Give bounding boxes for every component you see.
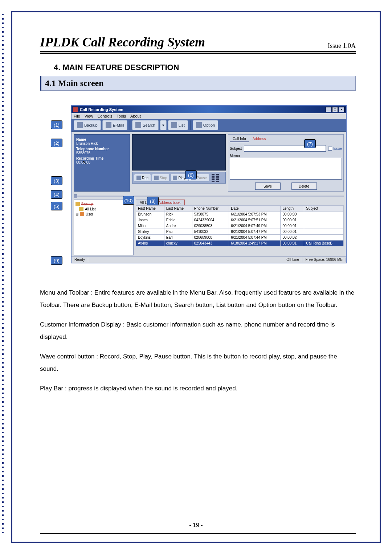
issue-label: Issue — [333, 147, 342, 151]
app-icon — [73, 107, 78, 112]
toolbar-backup-label: Backup — [84, 123, 98, 127]
tab-address[interactable]: Address — [250, 136, 269, 142]
cell-last: Andre — [164, 223, 192, 229]
cell-first: Brunson — [136, 212, 164, 217]
left-dotted-accent — [2, 11, 4, 543]
list-tab-addressbook[interactable]: Address book — [154, 200, 184, 205]
cell-last: Rick — [164, 212, 192, 217]
cell-phone: 5358075 — [192, 212, 229, 217]
callout-2: (2) — [51, 139, 62, 147]
name-label: Name — [76, 138, 127, 141]
col-first[interactable]: First Name — [136, 206, 164, 212]
stop-icon — [154, 176, 159, 180]
wave-panel: Rec Stop Play Pause — [132, 134, 226, 192]
col-date[interactable]: Date — [229, 206, 281, 212]
cell-subject — [304, 212, 344, 217]
menubar: File View Controls Tools About — [72, 113, 346, 119]
menu-controls[interactable]: Controls — [97, 114, 112, 118]
cell-date: 6/21/2004 5:07:49 PM — [229, 223, 281, 229]
play-bar[interactable] — [74, 193, 344, 199]
toolbar-email-button[interactable]: E-Mail — [102, 120, 127, 130]
call-info-panel: Call Info Address Subject Issue Memo Sav… — [228, 134, 344, 192]
titlebar: Call Recording System _ □ × — [72, 106, 346, 113]
table-row[interactable]: BoykinsEarl0286890006/21/2004 5:07:44 PM… — [136, 235, 344, 241]
menu-view[interactable]: View — [85, 114, 93, 118]
playbar-thumb[interactable] — [74, 194, 77, 198]
cell-last: Eddie — [164, 217, 192, 223]
status-freespace: Free Space: 16906 MB — [302, 258, 346, 262]
stop-button[interactable]: Stop — [152, 174, 170, 182]
user-icon — [80, 212, 84, 216]
toolbar-backup-button[interactable]: Backup — [74, 120, 101, 130]
delete-button[interactable]: Delete — [291, 182, 317, 190]
callout-10: (10) — [123, 196, 134, 205]
callout-6: (6) — [185, 171, 197, 179]
col-phone[interactable]: Phone Number — [192, 206, 229, 212]
cell-subject: Call Ring BaseB — [304, 241, 344, 246]
callout-8: (8) — [147, 197, 159, 205]
callout-7: (7) — [304, 139, 316, 148]
cell-phone: 028689000 — [192, 235, 229, 241]
col-last[interactable]: Last Name — [164, 206, 192, 212]
cell-last: Earl — [164, 235, 192, 241]
expand-icon[interactable]: ⊞ — [75, 212, 78, 216]
doc-issue: Issue 1.0A — [328, 42, 356, 50]
records-tbody: BrunsonRick53580756/21/2004 5:07:53 PM00… — [136, 212, 344, 246]
cell-phone: 025043443 — [192, 241, 229, 246]
menu-file[interactable]: File — [74, 114, 80, 118]
rec-icon — [136, 176, 141, 180]
table-row[interactable]: JonesEddie04243290046/21/2004 5:07:51 PM… — [136, 217, 344, 223]
toolbar-email-label: E-Mail — [113, 123, 124, 127]
menu-about[interactable]: About — [130, 114, 141, 118]
toolbar-search-dropdown[interactable]: ▾ — [160, 120, 167, 130]
tab-call-info[interactable]: Call Info — [230, 136, 249, 142]
menu-tools[interactable]: Tools — [117, 114, 126, 118]
cell-subject — [304, 235, 344, 241]
callout-3: (3) — [51, 176, 62, 185]
folder-icon — [75, 202, 80, 206]
memo-textarea[interactable] — [230, 158, 342, 180]
section-heading: 4. MAIN FEATURE DESCRIPTION — [54, 63, 356, 72]
toolbar-search-button[interactable]: Search — [132, 120, 159, 130]
folder-icon — [79, 207, 83, 211]
tree-backup-label: Backup — [81, 202, 93, 206]
paragraph-2: Customer Information Display : Basic cus… — [40, 319, 356, 343]
table-row[interactable]: Atkinschucky0250434436/18/2004 1:49:17 P… — [136, 241, 344, 246]
backup-icon — [77, 122, 83, 128]
stop-label: Stop — [160, 176, 167, 180]
issue-checkbox[interactable]: Issue — [328, 147, 342, 151]
paragraph-1: Menu and Toolbar : Entire features are a… — [40, 287, 356, 311]
col-length[interactable]: Length — [281, 206, 304, 212]
cursor-icon: ↖ — [82, 160, 86, 165]
checkbox-icon — [328, 147, 332, 151]
tree-all-list[interactable]: All List — [75, 206, 132, 212]
cell-date: 6/21/2004 5:07:47 PM — [229, 229, 281, 235]
cell-date: 6/21/2004 5:07:51 PM — [229, 217, 281, 223]
cell-subject — [304, 217, 344, 223]
maximize-button[interactable]: □ — [332, 107, 338, 112]
toolbar: Backup E-Mail Search ▾ List Option — [72, 119, 346, 132]
volume-meter — [212, 174, 222, 182]
cell-length: 00:00:01 — [281, 229, 304, 235]
play-label: Play — [178, 176, 185, 180]
paragraph-3: Wave control button : Record, Stop, Play… — [40, 350, 356, 375]
table-row[interactable]: BrunsonRick53580756/21/2004 5:07:53 PM00… — [136, 212, 344, 217]
toolbar-option-button[interactable]: Option — [193, 120, 218, 130]
cell-phone: 5410032 — [192, 229, 229, 235]
rec-button[interactable]: Rec — [134, 174, 151, 182]
rec-label: Rec — [142, 176, 148, 180]
toolbar-list-button[interactable]: List — [168, 120, 188, 130]
playbar-track — [74, 196, 344, 197]
table-row[interactable]: ShirleyPaul54100326/21/2004 5:07:47 PM00… — [136, 229, 344, 235]
save-button[interactable]: Save — [255, 182, 281, 190]
cell-first: Atkins — [136, 241, 164, 246]
minimize-button[interactable]: _ — [326, 107, 331, 112]
subject-label: Subject — [230, 147, 242, 151]
tree-user[interactable]: ⊞User — [75, 212, 132, 217]
table-row[interactable]: MillerAndre0290385036/21/2004 5:07:49 PM… — [136, 223, 344, 229]
col-subject[interactable]: Subject — [304, 206, 344, 212]
cell-length: 00:00:01 — [281, 223, 304, 229]
close-button[interactable]: × — [339, 107, 344, 112]
screenshot-figure: (1) (2) (3) (4) (5) (9) (6) (7) (8) (10)… — [51, 105, 348, 265]
cell-first: Miller — [136, 223, 164, 229]
